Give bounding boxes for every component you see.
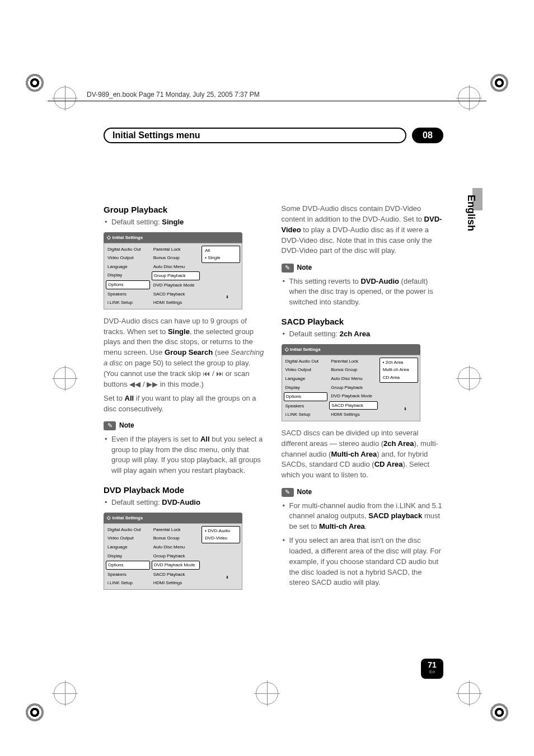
menu-item: i.LINK Setup — [106, 579, 150, 587]
page-title: Initial Settings menu — [104, 128, 406, 143]
heading-dvd-playback-mode: DVD Playback Mode — [104, 484, 266, 496]
default-setting: Default setting: Single — [104, 217, 266, 228]
page-number: 71 — [421, 660, 443, 669]
print-mark — [458, 87, 480, 109]
print-mark — [24, 72, 46, 94]
menu-item: Digital Audio Out — [106, 246, 150, 253]
print-mark — [488, 72, 510, 94]
menu-option: All — [203, 247, 238, 255]
note-text: For multi-channel audio from the i.LINK … — [282, 501, 444, 533]
page-lang: En — [421, 669, 443, 674]
right-column: Some DVD-Audio discs contain DVD-Video c… — [282, 204, 444, 597]
note-text: If you select an area that isn't on the … — [282, 536, 444, 588]
menu-item: HDMI Settings⬇ — [329, 411, 378, 419]
menu-item: Display — [106, 271, 150, 279]
note-row: ✎ Note — [282, 263, 444, 273]
header-file-path: DV-989_en.book Page 71 Monday, July 25, … — [87, 91, 260, 98]
menu-item: Auto Disc Menu — [152, 543, 200, 551]
note-label: Note — [297, 487, 312, 497]
menu-item: Parental Lock — [152, 246, 200, 253]
body-text: Some DVD-Audio discs contain DVD-Video c… — [282, 204, 444, 256]
menu-item: Options — [106, 561, 150, 570]
note-text: Even if the players is set to All but yo… — [104, 434, 266, 476]
print-mark — [54, 87, 76, 109]
menu-panel-dvd-playback-mode: ◇ Initial Settings Digital Audio OutVide… — [104, 513, 242, 590]
menu-item: SACD Playback — [329, 401, 378, 410]
menu-item: Speakers — [106, 571, 150, 579]
chapter-badge: 08 — [412, 128, 443, 143]
menu-option: 2ch Area — [381, 359, 416, 367]
menu-item: Bonus Group — [329, 366, 378, 374]
menu-option: CD Area — [381, 374, 416, 382]
menu-option: DVD-Audio — [203, 527, 238, 535]
menu-item: DVD Playback Mode — [152, 561, 200, 570]
body-text: DVD-Audio discs can have up to 9 groups … — [104, 316, 266, 390]
default-setting: Default setting: DVD-Audio — [104, 497, 266, 508]
menu-item: Parental Lock — [329, 358, 378, 365]
menu-item: Digital Audio Out — [284, 358, 328, 365]
menu-option: DVD-Video — [203, 534, 238, 542]
menu-item: Language — [284, 375, 328, 383]
note-icon: ✎ — [282, 264, 294, 273]
menu-item: Group Playback — [152, 271, 200, 280]
print-mark — [54, 682, 76, 705]
menu-item: i.LINK Setup — [106, 299, 150, 307]
language-label: English — [465, 195, 477, 231]
menu-item: Options — [106, 280, 150, 289]
menu-item: DVD Playback Mode — [152, 281, 200, 289]
body-text: Set to All if you want to play all the g… — [104, 393, 266, 415]
note-row: ✎ Note — [104, 421, 266, 430]
menu-item: HDMI Settings⬇ — [152, 579, 200, 587]
body-text: SACD discs can be divided up into severa… — [282, 428, 444, 481]
menu-item: Video Output — [106, 534, 150, 542]
note-icon: ✎ — [282, 488, 294, 497]
menu-option: Multi-ch Area — [381, 366, 416, 374]
menu-item: Speakers — [284, 402, 328, 410]
menu-item: Auto Disc Menu — [152, 263, 200, 271]
title-row: Initial Settings menu 08 — [104, 128, 443, 143]
menu-item: Bonus Group — [152, 254, 200, 262]
note-text: This setting reverts to DVD-Audio (defau… — [282, 276, 444, 308]
menu-item: Group Playback — [152, 552, 200, 560]
print-mark — [54, 367, 76, 389]
menu-item: Digital Audio Out — [106, 526, 150, 534]
menu-item: Bonus Group — [152, 534, 200, 542]
menu-item: Parental Lock — [152, 526, 200, 534]
print-mark — [256, 682, 278, 705]
print-mark — [24, 701, 46, 724]
note-label: Note — [297, 263, 312, 273]
menu-item: Options — [284, 392, 328, 401]
default-setting: Default setting: 2ch Area — [282, 329, 444, 340]
menu-item: Display — [284, 384, 328, 392]
menu-item: SACD Playback — [152, 571, 200, 579]
menu-item: Video Output — [106, 254, 150, 262]
menu-item: Group Playback — [329, 384, 378, 392]
print-mark — [488, 701, 510, 724]
note-row: ✎ Note — [282, 487, 444, 497]
menu-panel-sacd-playback: ◇ Initial Settings Digital Audio OutVide… — [282, 344, 420, 421]
page-number-box: 71 En — [421, 659, 443, 679]
heading-group-playback: Group Playback — [104, 204, 266, 216]
menu-item: HDMI Settings⬇ — [152, 299, 200, 307]
left-column: Group Playback Default setting: Single ◇… — [104, 204, 266, 597]
menu-item: Language — [106, 263, 150, 271]
menu-item: Speakers — [106, 290, 150, 298]
menu-item: Language — [106, 543, 150, 551]
print-mark — [458, 682, 480, 705]
note-icon: ✎ — [104, 421, 116, 430]
note-label: Note — [119, 421, 134, 430]
menu-item: Auto Disc Menu — [329, 375, 378, 383]
menu-item: SACD Playback — [152, 290, 200, 298]
menu-item: Video Output — [284, 366, 328, 374]
print-mark — [458, 367, 480, 389]
heading-sacd-playback: SACD Playback — [282, 316, 444, 328]
menu-item: Display — [106, 552, 150, 560]
menu-option: Single — [203, 254, 238, 262]
menu-item: i.LINK Setup — [284, 411, 328, 419]
menu-item: DVD Playback Mode — [329, 392, 378, 400]
menu-panel-group-playback: ◇ Initial Settings Digital Audio OutVide… — [104, 232, 242, 309]
header-rule — [48, 101, 486, 101]
